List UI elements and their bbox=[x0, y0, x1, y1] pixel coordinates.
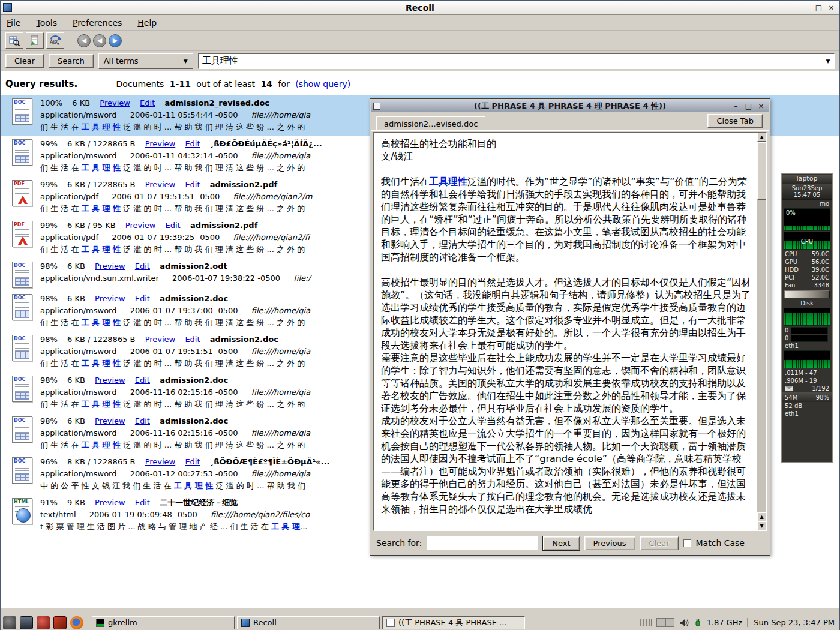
firefox-icon[interactable] bbox=[70, 616, 83, 629]
result-filename: admission2.doc bbox=[160, 416, 228, 425]
preview-link[interactable]: Preview bbox=[100, 98, 130, 107]
preview-paragraph: 高校招生的社会功能和目的 bbox=[381, 137, 752, 150]
preview-link[interactable]: Preview bbox=[95, 416, 125, 425]
preview-link[interactable]: Preview bbox=[125, 221, 156, 230]
gkrellm-date: Sun23Sep bbox=[782, 185, 832, 191]
preview-search-input[interactable] bbox=[427, 536, 538, 550]
preview-clear-button[interactable]: Clear bbox=[640, 536, 679, 550]
result-filename: admission2.pdf bbox=[190, 221, 257, 230]
search-input[interactable] bbox=[198, 53, 835, 69]
nav-first-icon[interactable]: ◀ bbox=[77, 34, 91, 47]
document-icon[interactable] bbox=[26, 32, 44, 49]
media-player-icon[interactable] bbox=[37, 616, 50, 629]
preview-link[interactable]: Preview bbox=[95, 294, 125, 303]
menu-file[interactable]: File bbox=[7, 18, 20, 28]
result-url: file:///home/qia bbox=[251, 151, 310, 160]
nav-forward-icon[interactable]: ▶ bbox=[109, 34, 122, 47]
result-body: 98% 6 KB Preview Edit admission2.doc app… bbox=[40, 415, 310, 451]
scroll-down-icon[interactable]: ▼ bbox=[757, 521, 766, 530]
preview-link[interactable]: Preview bbox=[145, 457, 176, 466]
preview-paragraph bbox=[381, 263, 752, 276]
preview-next-button[interactable]: Next bbox=[543, 536, 579, 550]
volume-icon[interactable] bbox=[679, 619, 689, 627]
preview-tab[interactable]: admission2...evised.doc bbox=[376, 116, 485, 131]
power-plug-icon[interactable] bbox=[694, 618, 702, 628]
result-filename: ¸ßÐ£ÕÐÉúµÄÉç»á¹¦ÄܺÍÄ¿... bbox=[210, 139, 322, 148]
edit-link[interactable]: Edit bbox=[135, 376, 150, 385]
preview-scrollbar[interactable]: ▲ ▲ ▼ bbox=[757, 133, 766, 530]
file-icon-label: PDF bbox=[14, 222, 25, 227]
mail-row: 1/192 bbox=[782, 385, 832, 392]
history-dropdown-icon[interactable]: ▼ bbox=[823, 55, 833, 67]
close-tab-button[interactable]: Close Tab bbox=[707, 114, 763, 128]
doc-file-icon: DOC bbox=[12, 139, 32, 166]
result-mimetype: application/msword bbox=[40, 110, 116, 119]
task-recoll[interactable]: Recoll bbox=[237, 616, 380, 629]
scroll-up2-icon[interactable]: ▲ bbox=[757, 512, 766, 521]
preview-previous-button[interactable]: Previous bbox=[584, 536, 635, 550]
snippet-highlight: 工 具 理 性 bbox=[82, 318, 121, 327]
search-row: Clear Search All terms ▼ ▼ bbox=[1, 51, 839, 71]
search-button[interactable]: Search bbox=[49, 54, 94, 68]
scroll-up-icon[interactable]: ▲ bbox=[757, 133, 766, 142]
workspace-pager[interactable] bbox=[656, 618, 674, 627]
maximize-button[interactable]: □ bbox=[813, 2, 824, 13]
edit-link[interactable]: Edit bbox=[140, 98, 155, 107]
result-size: 6 KB bbox=[67, 294, 85, 303]
edit-link[interactable]: Edit bbox=[135, 294, 150, 303]
preview-titlebar[interactable]: ((工 PHRASE 4 具 PHRASE 4 理 PHRASE 4 性)) –… bbox=[371, 100, 769, 112]
match-case-checkbox[interactable] bbox=[683, 539, 691, 547]
result-body: 99% 6 KB / 95 KB Preview Edit admission2… bbox=[40, 220, 310, 256]
keyboard-layout-icon[interactable] bbox=[640, 619, 652, 626]
query-detail-icon[interactable] bbox=[5, 32, 23, 49]
preview-link[interactable]: Preview bbox=[145, 139, 176, 148]
menu-help[interactable]: Help bbox=[137, 18, 157, 28]
task-preview[interactable]: ((工 PHRASE 4 具 PHRASE ... bbox=[382, 616, 525, 629]
claw-icon[interactable] bbox=[3, 616, 16, 629]
show-query-link[interactable]: (show query) bbox=[295, 79, 350, 89]
minimize-button[interactable]: – bbox=[800, 2, 812, 13]
preview-minimize-button[interactable]: – bbox=[730, 101, 742, 112]
edit-link[interactable]: Edit bbox=[185, 139, 200, 148]
preview-link[interactable]: Preview bbox=[145, 180, 176, 189]
preview-link[interactable]: Preview bbox=[95, 262, 125, 271]
preview-close-button[interactable]: × bbox=[755, 101, 767, 112]
gkrellm-panel[interactable]: laptop Sun23Sep 15:47 05 mo 0% CPU CPU59… bbox=[781, 173, 833, 463]
edit-link[interactable]: Edit bbox=[135, 416, 150, 425]
snippet-pre: 们 生 活 在 bbox=[40, 245, 82, 254]
term-explorer-icon[interactable]: ÂßÇ bbox=[46, 32, 64, 49]
titlebar[interactable]: Recoll – □ × bbox=[1, 1, 839, 15]
snippet-pre: 们 生 活 在 bbox=[40, 400, 82, 409]
menu-preferences[interactable]: Preferences bbox=[73, 18, 122, 28]
nav-back-icon[interactable]: ◀ bbox=[93, 34, 106, 47]
terminal-icon[interactable] bbox=[20, 616, 33, 629]
result-snippet: 们 生 活 在 工 具 理 性 泛 滥 的 时 ... 帮 助 我 们 理 清 … bbox=[40, 398, 310, 410]
fan-krell-slider[interactable] bbox=[784, 290, 830, 298]
preview-link[interactable]: Preview bbox=[95, 376, 125, 385]
result-url: file:///home/qia bbox=[251, 428, 310, 437]
edit-link[interactable]: Edit bbox=[185, 180, 200, 189]
clear-button[interactable]: Clear bbox=[5, 54, 44, 68]
task-gkrellm[interactable]: gkrellm bbox=[92, 616, 235, 629]
edit-link[interactable]: Edit bbox=[166, 221, 181, 230]
edit-link[interactable]: Edit bbox=[185, 335, 200, 344]
result-snippet: 们 生 活 在 工 具 理 性 泛 滥 的 时 ... 帮 助 我 们 理 清 … bbox=[40, 244, 310, 256]
package-icon[interactable] bbox=[53, 616, 67, 629]
file-icon-label: HTML bbox=[14, 499, 29, 505]
menu-tools[interactable]: Tools bbox=[36, 18, 57, 28]
edit-link[interactable]: Edit bbox=[135, 498, 150, 507]
preview-text-body: 高校招生的社会功能和目的文/钱江我们生活在工具理性泛滥的时代。作为“世之显学”的… bbox=[381, 137, 752, 528]
result-relevance: 99% bbox=[40, 180, 58, 189]
preview-text-area[interactable]: 高校招生的社会功能和目的文/钱江我们生活在工具理性泛滥的时代。作为“世之显学”的… bbox=[373, 132, 767, 531]
scrollbar-thumb[interactable] bbox=[757, 142, 766, 200]
preview-link[interactable]: Preview bbox=[145, 335, 176, 344]
preview-link[interactable]: Preview bbox=[95, 498, 125, 507]
search-mode-combobox[interactable]: All terms ▼ bbox=[98, 53, 193, 69]
preview-maximize-button[interactable]: □ bbox=[743, 101, 754, 112]
edit-link[interactable]: Edit bbox=[135, 262, 150, 271]
close-button[interactable]: × bbox=[826, 2, 837, 13]
result-snippet: t 彩 票 管 理 生 活 图 片 ... 战 略 与 管 理 地 产 经 ..… bbox=[40, 521, 310, 533]
snippet-post: 泛 滥 的 时 ... 帮 助 我 们 理 清 这 些 纷 ... 之 外 的 bbox=[121, 318, 305, 327]
cpu-label: CPU bbox=[784, 238, 830, 245]
edit-link[interactable]: Edit bbox=[185, 457, 200, 466]
